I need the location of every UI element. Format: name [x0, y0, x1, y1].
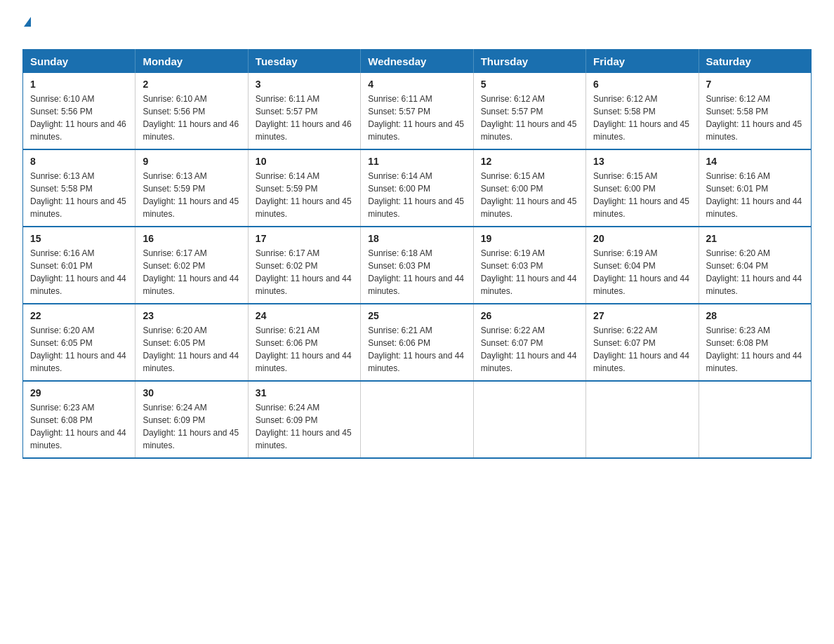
day-number: 5 — [481, 79, 578, 90]
day-number: 22 — [30, 310, 128, 321]
calendar-cell: 11 Sunrise: 6:14 AM Sunset: 6:00 PM Dayl… — [361, 149, 473, 227]
day-number: 25 — [368, 310, 465, 321]
calendar-cell: 10 Sunrise: 6:14 AM Sunset: 5:59 PM Dayl… — [248, 149, 360, 227]
calendar-cell: 29 Sunrise: 6:23 AM Sunset: 6:08 PM Dayl… — [23, 381, 135, 458]
calendar-cell: 6 Sunrise: 6:12 AM Sunset: 5:58 PM Dayli… — [586, 73, 699, 149]
day-info: Sunrise: 6:21 AM Sunset: 6:06 PM Dayligh… — [256, 326, 352, 373]
day-number: 1 — [30, 79, 128, 90]
day-info: Sunrise: 6:16 AM Sunset: 6:01 PM Dayligh… — [706, 171, 802, 219]
calendar-week-4: 22 Sunrise: 6:20 AM Sunset: 6:05 PM Dayl… — [23, 304, 812, 381]
calendar-cell: 12 Sunrise: 6:15 AM Sunset: 6:00 PM Dayl… — [473, 149, 585, 227]
day-number: 21 — [706, 233, 804, 244]
calendar-cell: 26 Sunrise: 6:22 AM Sunset: 6:07 PM Dayl… — [473, 304, 585, 381]
calendar-cell: 9 Sunrise: 6:13 AM Sunset: 5:59 PM Dayli… — [135, 149, 248, 227]
calendar-cell: 31 Sunrise: 6:24 AM Sunset: 6:09 PM Dayl… — [248, 381, 360, 458]
day-info: Sunrise: 6:10 AM Sunset: 5:56 PM Dayligh… — [143, 94, 239, 142]
day-info: Sunrise: 6:22 AM Sunset: 6:07 PM Dayligh… — [481, 326, 577, 373]
day-info: Sunrise: 6:21 AM Sunset: 6:06 PM Dayligh… — [368, 326, 464, 373]
day-info: Sunrise: 6:17 AM Sunset: 6:02 PM Dayligh… — [256, 248, 352, 296]
day-info: Sunrise: 6:14 AM Sunset: 5:59 PM Dayligh… — [256, 171, 352, 219]
day-number: 8 — [30, 156, 128, 167]
col-header-thursday: Thursday — [473, 50, 585, 74]
day-number: 16 — [143, 233, 240, 244]
day-number: 23 — [143, 310, 240, 321]
day-number: 15 — [30, 233, 128, 244]
day-number: 2 — [143, 79, 240, 90]
day-info: Sunrise: 6:24 AM Sunset: 6:09 PM Dayligh… — [256, 403, 352, 450]
calendar-cell: 25 Sunrise: 6:21 AM Sunset: 6:06 PM Dayl… — [361, 304, 473, 381]
calendar-cell: 28 Sunrise: 6:23 AM Sunset: 6:08 PM Dayl… — [699, 304, 811, 381]
day-info: Sunrise: 6:10 AM Sunset: 5:56 PM Dayligh… — [30, 94, 126, 142]
col-header-monday: Monday — [135, 50, 248, 74]
calendar-cell: 14 Sunrise: 6:16 AM Sunset: 6:01 PM Dayl… — [699, 149, 811, 227]
calendar-cell: 17 Sunrise: 6:17 AM Sunset: 6:02 PM Dayl… — [248, 227, 360, 304]
page-header — [22, 17, 812, 35]
calendar-cell: 16 Sunrise: 6:17 AM Sunset: 6:02 PM Dayl… — [135, 227, 248, 304]
day-number: 12 — [481, 156, 578, 167]
calendar-cell: 8 Sunrise: 6:13 AM Sunset: 5:58 PM Dayli… — [23, 149, 135, 227]
day-number: 26 — [481, 310, 578, 321]
day-info: Sunrise: 6:20 AM Sunset: 6:05 PM Dayligh… — [30, 326, 126, 373]
day-number: 18 — [368, 233, 465, 244]
day-info: Sunrise: 6:17 AM Sunset: 6:02 PM Dayligh… — [143, 248, 239, 296]
day-number: 6 — [593, 79, 691, 90]
logo — [22, 17, 32, 35]
calendar-cell: 1 Sunrise: 6:10 AM Sunset: 5:56 PM Dayli… — [23, 73, 135, 149]
day-info: Sunrise: 6:14 AM Sunset: 6:00 PM Dayligh… — [368, 171, 464, 219]
calendar-cell: 4 Sunrise: 6:11 AM Sunset: 5:57 PM Dayli… — [361, 73, 473, 149]
day-info: Sunrise: 6:12 AM Sunset: 5:57 PM Dayligh… — [481, 94, 577, 142]
day-number: 20 — [593, 233, 691, 244]
day-info: Sunrise: 6:11 AM Sunset: 5:57 PM Dayligh… — [368, 94, 464, 142]
calendar-cell: 19 Sunrise: 6:19 AM Sunset: 6:03 PM Dayl… — [473, 227, 585, 304]
col-header-sunday: Sunday — [23, 50, 135, 74]
day-info: Sunrise: 6:23 AM Sunset: 6:08 PM Dayligh… — [30, 403, 126, 450]
calendar-week-3: 15 Sunrise: 6:16 AM Sunset: 6:01 PM Dayl… — [23, 227, 812, 304]
calendar-cell: 23 Sunrise: 6:20 AM Sunset: 6:05 PM Dayl… — [135, 304, 248, 381]
day-info: Sunrise: 6:15 AM Sunset: 6:00 PM Dayligh… — [481, 171, 577, 219]
day-number: 4 — [368, 79, 465, 90]
day-number: 13 — [593, 156, 691, 167]
day-number: 9 — [143, 156, 240, 167]
day-number: 28 — [706, 310, 804, 321]
day-info: Sunrise: 6:12 AM Sunset: 5:58 PM Dayligh… — [593, 94, 689, 142]
day-number: 27 — [593, 310, 691, 321]
day-info: Sunrise: 6:19 AM Sunset: 6:03 PM Dayligh… — [481, 248, 577, 296]
day-number: 17 — [256, 233, 353, 244]
calendar-cell: 24 Sunrise: 6:21 AM Sunset: 6:06 PM Dayl… — [248, 304, 360, 381]
calendar-table: SundayMondayTuesdayWednesdayThursdayFrid… — [22, 49, 812, 459]
calendar-cell — [699, 381, 811, 458]
day-info: Sunrise: 6:13 AM Sunset: 5:59 PM Dayligh… — [143, 171, 239, 219]
calendar-cell — [473, 381, 585, 458]
day-number: 30 — [143, 387, 240, 398]
calendar-cell: 2 Sunrise: 6:10 AM Sunset: 5:56 PM Dayli… — [135, 73, 248, 149]
calendar-week-1: 1 Sunrise: 6:10 AM Sunset: 5:56 PM Dayli… — [23, 73, 812, 149]
calendar-cell: 30 Sunrise: 6:24 AM Sunset: 6:09 PM Dayl… — [135, 381, 248, 458]
col-header-friday: Friday — [586, 50, 699, 74]
day-number: 24 — [256, 310, 353, 321]
day-info: Sunrise: 6:24 AM Sunset: 6:09 PM Dayligh… — [143, 403, 239, 450]
day-info: Sunrise: 6:16 AM Sunset: 6:01 PM Dayligh… — [30, 248, 126, 296]
calendar-cell: 21 Sunrise: 6:20 AM Sunset: 6:04 PM Dayl… — [699, 227, 811, 304]
calendar-cell: 5 Sunrise: 6:12 AM Sunset: 5:57 PM Dayli… — [473, 73, 585, 149]
day-info: Sunrise: 6:19 AM Sunset: 6:04 PM Dayligh… — [593, 248, 689, 296]
day-number: 11 — [368, 156, 465, 167]
col-header-tuesday: Tuesday — [248, 50, 360, 74]
calendar-cell: 18 Sunrise: 6:18 AM Sunset: 6:03 PM Dayl… — [361, 227, 473, 304]
col-header-wednesday: Wednesday — [361, 50, 473, 74]
day-number: 14 — [706, 156, 804, 167]
day-number: 10 — [256, 156, 353, 167]
day-info: Sunrise: 6:20 AM Sunset: 6:05 PM Dayligh… — [143, 326, 239, 373]
calendar-header-row: SundayMondayTuesdayWednesdayThursdayFrid… — [23, 50, 812, 74]
day-number: 31 — [256, 387, 353, 398]
calendar-week-5: 29 Sunrise: 6:23 AM Sunset: 6:08 PM Dayl… — [23, 381, 812, 458]
day-info: Sunrise: 6:11 AM Sunset: 5:57 PM Dayligh… — [256, 94, 352, 142]
day-number: 7 — [706, 79, 804, 90]
calendar-cell: 20 Sunrise: 6:19 AM Sunset: 6:04 PM Dayl… — [586, 227, 699, 304]
col-header-saturday: Saturday — [699, 50, 811, 74]
day-number: 19 — [481, 233, 578, 244]
calendar-cell: 3 Sunrise: 6:11 AM Sunset: 5:57 PM Dayli… — [248, 73, 360, 149]
calendar-cell — [586, 381, 699, 458]
day-info: Sunrise: 6:18 AM Sunset: 6:03 PM Dayligh… — [368, 248, 464, 296]
day-info: Sunrise: 6:13 AM Sunset: 5:58 PM Dayligh… — [30, 171, 126, 219]
calendar-cell: 15 Sunrise: 6:16 AM Sunset: 6:01 PM Dayl… — [23, 227, 135, 304]
